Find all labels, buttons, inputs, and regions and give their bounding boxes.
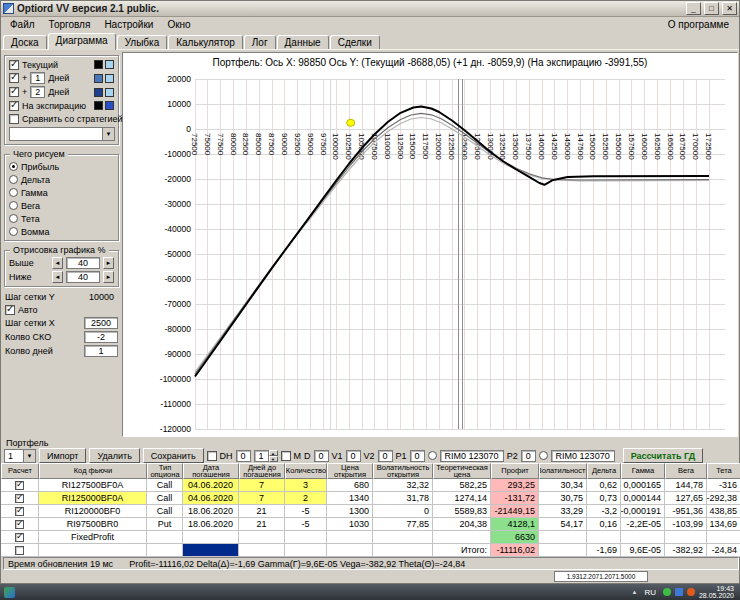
cell[interactable] bbox=[433, 531, 491, 544]
draw-option-5[interactable]: Вомма bbox=[7, 225, 116, 238]
column-header-10[interactable]: Волатильность bbox=[539, 463, 587, 479]
cell[interactable]: 127,65 bbox=[665, 492, 707, 505]
cell[interactable]: 204,38 bbox=[433, 518, 491, 531]
d-value-input[interactable]: 0 bbox=[314, 450, 329, 462]
cell[interactable]: 0,000144 bbox=[621, 492, 665, 505]
cell[interactable]: RI97500BR0 bbox=[39, 518, 147, 531]
series-checkbox-2[interactable] bbox=[9, 87, 19, 97]
cell[interactable]: -131,72 bbox=[491, 492, 539, 505]
cell[interactable]: 582,25 bbox=[433, 479, 491, 492]
above-value-input[interactable]: 40 bbox=[66, 257, 100, 269]
table-row-1[interactable]: RI125000BF0ACall04.06.202072134031,78127… bbox=[1, 492, 740, 505]
cell[interactable]: 18.06.2020 bbox=[183, 518, 239, 531]
cell[interactable] bbox=[285, 531, 327, 544]
cell[interactable]: -1,69 bbox=[587, 544, 621, 557]
strategy-select[interactable]: ▼ bbox=[9, 127, 115, 141]
table-row-4[interactable]: FixedProfit6630 bbox=[1, 531, 740, 544]
cell[interactable]: 438,85 bbox=[707, 505, 740, 518]
series-checkbox-0[interactable] bbox=[9, 60, 19, 70]
cell[interactable]: 04.06.2020 bbox=[183, 492, 239, 505]
cell[interactable] bbox=[665, 531, 707, 544]
maximize-button[interactable]: □ bbox=[704, 2, 719, 15]
dh-spinner[interactable]: 1 ▲▼ bbox=[254, 450, 278, 462]
menu-item-2[interactable]: Настройки bbox=[97, 19, 160, 30]
cell[interactable]: 0,73 bbox=[587, 492, 621, 505]
p1-value-input[interactable]: 0 bbox=[410, 450, 425, 462]
portfolio-number-select[interactable]: 1 ▼ bbox=[4, 449, 36, 463]
cell[interactable]: -5 bbox=[285, 518, 327, 531]
draw-option-0[interactable]: Прибыль bbox=[7, 160, 116, 173]
v1-value-input[interactable]: 0 bbox=[346, 450, 361, 462]
cell[interactable]: -0,000191 bbox=[621, 505, 665, 518]
chevron-down-icon[interactable]: ▼ bbox=[102, 128, 114, 140]
cell[interactable]: 0,62 bbox=[587, 479, 621, 492]
cell[interactable]: 3 bbox=[285, 479, 327, 492]
cell[interactable]: Итого: bbox=[433, 544, 491, 557]
table-row-0[interactable]: RI127500BF0ACall04.06.20207368032,32582,… bbox=[1, 479, 740, 492]
cell[interactable]: 6630 bbox=[491, 531, 539, 544]
cell[interactable] bbox=[539, 531, 587, 544]
cell[interactable]: Call bbox=[147, 492, 183, 505]
cell[interactable]: Put bbox=[147, 518, 183, 531]
cell[interactable] bbox=[327, 544, 373, 557]
menu-item-1[interactable]: Торговля bbox=[42, 19, 98, 30]
cell[interactable]: -103,99 bbox=[665, 518, 707, 531]
color-swatch[interactable] bbox=[94, 101, 103, 110]
cell[interactable]: 144,78 bbox=[665, 479, 707, 492]
series-checkbox-4[interactable] bbox=[9, 114, 19, 124]
cell[interactable]: 7 bbox=[239, 479, 285, 492]
cell[interactable]: -316 bbox=[707, 479, 740, 492]
tab-0[interactable]: Доска bbox=[3, 35, 47, 50]
p1-instrument-radio[interactable] bbox=[428, 451, 437, 460]
cell[interactable] bbox=[147, 531, 183, 544]
column-header-9[interactable]: Профит bbox=[491, 463, 539, 479]
below-decrease-button[interactable]: ◄ bbox=[52, 271, 63, 283]
cell[interactable]: -24,84 bbox=[707, 544, 740, 557]
cell[interactable]: 32,32 bbox=[373, 479, 433, 492]
delete-button[interactable]: Удалить bbox=[89, 448, 139, 463]
cell[interactable]: 1030 bbox=[327, 518, 373, 531]
column-header-3[interactable]: Дата погашения bbox=[183, 463, 239, 479]
cell[interactable]: -21449,15 bbox=[491, 505, 539, 518]
draw-option-1[interactable]: Дельта bbox=[7, 173, 116, 186]
column-header-14[interactable]: Тета bbox=[707, 463, 740, 479]
color-swatch[interactable] bbox=[105, 74, 114, 83]
tab-1[interactable]: Диаграмма bbox=[48, 33, 116, 50]
cell[interactable] bbox=[239, 544, 285, 557]
tray-icon-blue[interactable] bbox=[675, 588, 683, 596]
cell[interactable]: 680 bbox=[327, 479, 373, 492]
column-header-4[interactable]: Дней до погашения bbox=[239, 463, 285, 479]
p1-instrument-box[interactable]: RIM0 123070 bbox=[440, 450, 504, 462]
cell[interactable] bbox=[147, 544, 183, 557]
cell[interactable]: -2,2E-05 bbox=[621, 518, 665, 531]
shift-days-input-1[interactable]: 1 bbox=[30, 72, 45, 84]
import-button[interactable]: Импорт bbox=[39, 448, 86, 463]
auto-checkbox[interactable] bbox=[5, 305, 15, 315]
above-increase-button[interactable]: ► bbox=[103, 257, 114, 269]
cell[interactable] bbox=[327, 531, 373, 544]
cell[interactable]: 54,17 bbox=[539, 518, 587, 531]
days-count-input[interactable]: 1 bbox=[84, 345, 118, 357]
sko-input[interactable]: -2 bbox=[84, 331, 118, 343]
clock[interactable]: 19:43 28.05.2020 bbox=[699, 585, 736, 599]
row-checkbox[interactable] bbox=[15, 481, 24, 490]
cell[interactable] bbox=[373, 544, 433, 557]
cell[interactable]: -951,36 bbox=[665, 505, 707, 518]
draw-option-2[interactable]: Гамма bbox=[7, 186, 116, 199]
series-checkbox-1[interactable] bbox=[9, 73, 19, 83]
p2-instrument-radio[interactable] bbox=[539, 451, 548, 460]
row-checkbox[interactable] bbox=[15, 507, 24, 516]
column-header-2[interactable]: Тип опциона bbox=[147, 463, 183, 479]
cell[interactable]: 30,34 bbox=[539, 479, 587, 492]
cell[interactable]: -3,2 bbox=[587, 505, 621, 518]
color-swatch[interactable] bbox=[105, 88, 114, 97]
minimize-button[interactable]: _ bbox=[686, 2, 701, 15]
close-button[interactable]: ✕ bbox=[722, 2, 737, 15]
below-increase-button[interactable]: ► bbox=[103, 271, 114, 283]
tab-6[interactable]: Сделки bbox=[330, 35, 380, 50]
series-checkbox-3[interactable] bbox=[9, 101, 19, 111]
language-indicator[interactable]: RU bbox=[641, 588, 659, 597]
save-button[interactable]: Сохранить bbox=[143, 448, 204, 463]
cell[interactable]: -292,38 bbox=[707, 492, 740, 505]
color-swatch[interactable] bbox=[105, 60, 114, 69]
